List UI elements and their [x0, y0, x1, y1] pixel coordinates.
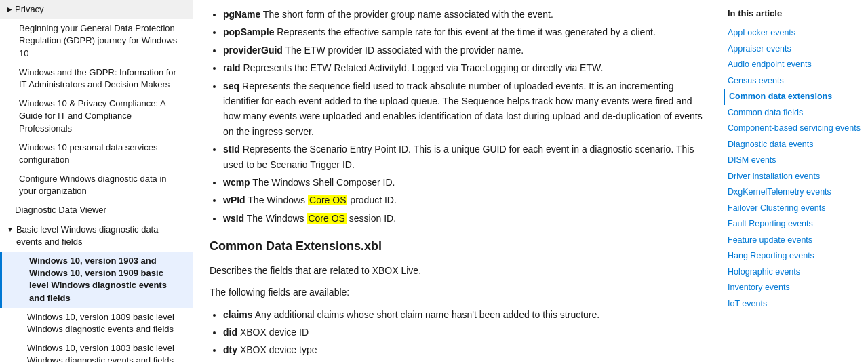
sidebar-item-label: Basic level Windows diagnostic data even…: [16, 224, 184, 248]
sidebar-item-privacy[interactable]: ▶ Privacy: [0, 0, 193, 19]
list-item: did XBOX device ID: [223, 325, 703, 340]
main-content: pgName The short form of the provider gr…: [193, 0, 719, 362]
sidebar-item-label: Windows 10, version 1809 basic level Win…: [27, 312, 174, 334]
toc-item-common-data-extensions[interactable]: Common data extensions: [724, 89, 868, 105]
toc-item-hang-reporting[interactable]: Hang Reporting events: [728, 248, 868, 264]
toc-sidebar: In this article AppLocker events Apprais…: [719, 0, 868, 362]
bottom-bullet-list: claims Any additional claims whose short…: [223, 307, 703, 362]
collapse-arrow-icon: ▶: [7, 5, 12, 14]
section-desc1: Describes the fields that are related to…: [210, 263, 703, 278]
sidebar-item-windows-gdpr[interactable]: Windows and the GDPR: Information for IT…: [0, 63, 193, 94]
toc-item-fault-reporting[interactable]: Fault Reporting events: [728, 216, 868, 233]
sidebar-item-label: Windows and the GDPR: Information for IT…: [19, 67, 176, 89]
sidebar-item-basic-level[interactable]: ▼ Basic level Windows diagnostic data ev…: [0, 220, 193, 252]
sidebar-item-configure-diagnostic[interactable]: Configure Windows diagnostic data in you…: [0, 169, 193, 201]
list-item: wsId The Windows Core OS session ID.: [223, 211, 703, 226]
toc-item-feature-update[interactable]: Feature update events: [728, 233, 868, 249]
sidebar-item-win10-1903-1909[interactable]: Windows 10, version 1903 and Windows 10,…: [0, 252, 193, 308]
sidebar-item-label: Beginning your General Data Protection R…: [19, 23, 177, 58]
list-item: dty XBOX device type: [223, 342, 703, 357]
toc-item-applocker[interactable]: AppLocker events: [728, 25, 868, 41]
toc-item-failover-clustering[interactable]: Failover Clustering events: [728, 201, 868, 217]
list-item: wcmp The Windows Shell Composer ID.: [223, 175, 703, 190]
toc-item-audio-endpoint[interactable]: Audio endpoint events: [728, 57, 868, 73]
toc-item-holographic[interactable]: Holographic events: [728, 264, 868, 281]
list-item: stId Represents the Scenario Entry Point…: [223, 142, 703, 172]
list-item: providerGuid The ETW provider ID associa…: [223, 43, 703, 58]
toc-item-census[interactable]: Census events: [728, 73, 868, 89]
toc-item-dism[interactable]: DISM events: [728, 153, 868, 169]
list-item: pgName The short form of the provider gr…: [223, 7, 703, 22]
top-bullet-list: pgName The short form of the provider gr…: [223, 7, 703, 226]
toc-item-inventory[interactable]: Inventory events: [728, 280, 868, 296]
sidebar-item-label: Windows 10 personal data services config…: [19, 142, 158, 165]
toc-item-component-servicing[interactable]: Component-based servicing events: [728, 121, 868, 137]
sidebar-item-win10-1803[interactable]: Windows 10, version 1803 basic level Win…: [0, 339, 193, 362]
sidebar-item-gdpr-journey[interactable]: Beginning your General Data Protection R…: [0, 19, 193, 63]
list-item: seq Represents the sequence field used t…: [223, 79, 703, 140]
section-heading: Common Data Extensions.xbl: [210, 237, 703, 256]
left-sidebar: ▶ Privacy Beginning your General Data Pr…: [0, 0, 193, 362]
sidebar-item-label: Windows 10 & Privacy Compliance: A Guide…: [19, 98, 165, 133]
list-item: popSample Represents the effective sampl…: [223, 24, 703, 39]
highlight-coreos-wsid: Core OS: [307, 213, 346, 224]
sidebar-item-diagnostic-viewer[interactable]: ▶ Diagnostic Data Viewer: [0, 201, 193, 220]
toc-item-common-data-fields[interactable]: Common data fields: [728, 105, 868, 121]
toc-item-iot[interactable]: IoT events: [728, 296, 868, 313]
list-item: claims Any additional claims whose short…: [223, 307, 703, 322]
list-item: raId Represents the ETW Related Activity…: [223, 60, 703, 75]
sidebar-item-personal-data[interactable]: Windows 10 personal data services config…: [0, 138, 193, 169]
collapse-arrow-icon: ▼: [7, 225, 14, 235]
sidebar-item-privacy-compliance[interactable]: Windows 10 & Privacy Compliance: A Guide…: [0, 94, 193, 138]
sidebar-item-label: Configure Windows diagnostic data in you…: [19, 174, 167, 196]
sidebar-item-win10-1809[interactable]: Windows 10, version 1809 basic level Win…: [0, 308, 193, 339]
toc-title: In this article: [728, 5, 868, 25]
highlight-coreos-wpid: Core OS: [308, 195, 347, 205]
list-item: wPId The Windows Core OS product ID.: [223, 193, 703, 207]
toc-item-appraiser[interactable]: Appraiser events: [728, 41, 868, 58]
sidebar-item-label: Windows 10, version 1903 and Windows 10,…: [29, 256, 167, 303]
sidebar-item-label: Diagnostic Data Viewer: [15, 204, 106, 216]
toc-item-diagnostic-data[interactable]: Diagnostic data events: [728, 137, 868, 153]
sidebar-item-label: Windows 10, version 1803 basic level Win…: [27, 343, 174, 362]
toc-item-driver-installation[interactable]: Driver installation events: [728, 169, 868, 185]
toc-item-dxgkerneltelemetry[interactable]: DxgKernelTelemetry events: [728, 184, 868, 201]
section-desc2: The following fields are available:: [210, 285, 703, 300]
sidebar-item-label: Privacy: [15, 3, 44, 16]
